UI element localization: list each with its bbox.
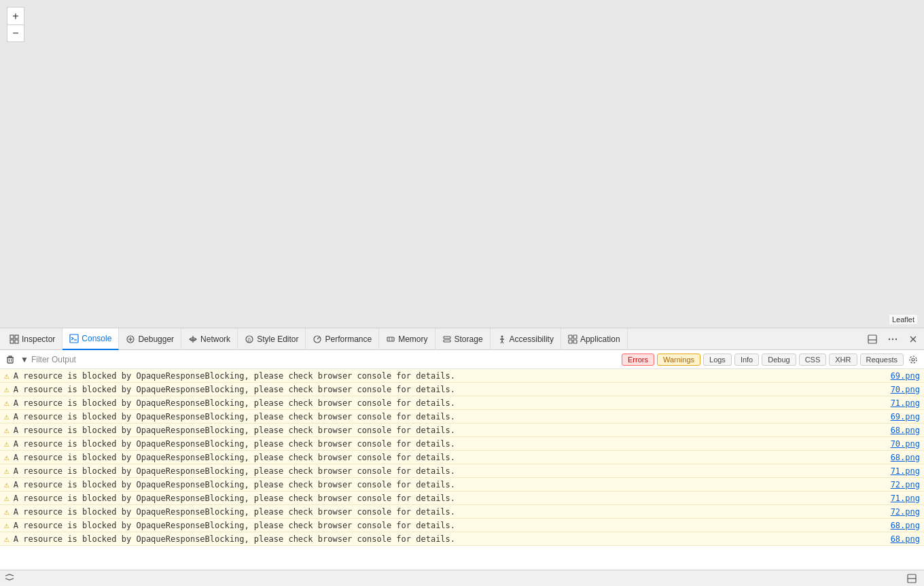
memory-label: Memory — [398, 334, 427, 344]
console-label: Console — [82, 334, 111, 343]
warning-icon: ⚠ — [4, 370, 10, 381]
tab-performance[interactable]: Performance — [306, 328, 379, 350]
log-file-link[interactable]: 71.png — [891, 494, 920, 503]
log-row[interactable]: ⚠ A resource is blocked by OpaqueRespons… — [0, 519, 924, 532]
clear-console-button[interactable] — [4, 354, 16, 366]
filter-css-button[interactable]: CSS — [799, 354, 827, 366]
filter-buttons-group: Errors Warnings Logs Info Debug CSS XHR … — [622, 353, 920, 366]
filter-debug-button[interactable]: Debug — [762, 354, 796, 366]
filter-info-button[interactable]: Info — [734, 354, 759, 366]
tab-accessibility[interactable]: Accessibility — [491, 328, 561, 350]
devtools-panel: Inspector Console Debugger Network {} — [0, 328, 924, 586]
tab-inspector[interactable]: Inspector — [3, 328, 63, 350]
svg-point-31 — [889, 338, 890, 339]
warning-icon: ⚠ — [4, 452, 10, 462]
log-message: A resource is blocked by OpaqueResponseB… — [14, 534, 885, 544]
warning-icon: ⚠ — [4, 398, 10, 408]
svg-rect-0 — [10, 335, 14, 339]
svg-point-32 — [892, 338, 893, 339]
log-row[interactable]: ⚠ A resource is blocked by OpaqueRespons… — [0, 396, 924, 410]
console-icon — [69, 334, 79, 343]
console-toolbar: ▼ Filter Output Errors Warnings Logs Inf… — [0, 350, 924, 369]
log-row[interactable]: ⚠ A resource is blocked by OpaqueRespons… — [0, 383, 924, 396]
log-message: A resource is blocked by OpaqueResponseB… — [14, 371, 885, 381]
warning-icon: ⚠ — [4, 425, 10, 435]
storage-icon — [442, 334, 452, 344]
log-file-link[interactable]: 68.png — [891, 521, 920, 530]
warning-icon: ⚠ — [4, 520, 10, 530]
log-file-link[interactable]: 68.png — [891, 453, 920, 462]
log-row[interactable]: ⚠ A resource is blocked by OpaqueRespons… — [0, 464, 924, 478]
accessibility-icon — [497, 334, 507, 344]
close-devtools-button[interactable] — [905, 331, 921, 347]
log-row[interactable]: ⚠ A resource is blocked by OpaqueRespons… — [0, 532, 924, 546]
filter-errors-button[interactable]: Errors — [622, 354, 654, 366]
log-row[interactable]: ⚠ A resource is blocked by OpaqueRespons… — [0, 369, 924, 383]
filter-requests-button[interactable]: Requests — [860, 354, 904, 366]
network-label: Network — [200, 334, 230, 344]
performance-label: Performance — [325, 334, 372, 344]
dock-button[interactable] — [864, 331, 881, 347]
warning-icon: ⚠ — [4, 493, 10, 503]
filter-warnings-button[interactable]: Warnings — [657, 354, 700, 366]
tab-network[interactable]: Network — [181, 328, 238, 350]
warning-icon: ⚠ — [4, 534, 10, 544]
log-row[interactable]: ⚠ A resource is blocked by OpaqueRespons… — [0, 410, 924, 424]
log-row[interactable]: ⚠ A resource is blocked by OpaqueRespons… — [0, 424, 924, 437]
log-file-link[interactable]: 71.png — [891, 466, 920, 476]
tab-debugger[interactable]: Debugger — [119, 328, 181, 350]
tab-style-editor[interactable]: {} Style Editor — [238, 328, 306, 350]
log-message: A resource is blocked by OpaqueResponseB… — [14, 466, 885, 476]
style-editor-icon: {} — [245, 334, 254, 344]
svg-rect-2 — [10, 340, 14, 343]
inspector-label: Inspector — [22, 334, 55, 344]
expand-console-button[interactable] — [4, 573, 15, 583]
svg-rect-29 — [868, 335, 876, 343]
tab-console[interactable]: Console — [63, 328, 119, 350]
log-file-link[interactable]: 69.png — [891, 412, 920, 421]
log-file-link[interactable]: 71.png — [891, 398, 920, 408]
devtools-toolbar-right — [864, 331, 921, 347]
console-log-area[interactable]: ⚠ A resource is blocked by OpaqueRespons… — [0, 369, 924, 570]
warning-icon: ⚠ — [4, 384, 10, 394]
devtools-bottom-bar — [0, 570, 924, 586]
filter-logs-button[interactable]: Logs — [703, 354, 732, 366]
split-console-button[interactable] — [904, 570, 920, 587]
log-row[interactable]: ⚠ A resource is blocked by OpaqueRespons… — [0, 451, 924, 464]
log-message: A resource is blocked by OpaqueResponseB… — [14, 412, 885, 421]
log-file-link[interactable]: 72.png — [891, 507, 920, 517]
log-message: A resource is blocked by OpaqueResponseB… — [14, 480, 885, 489]
devtools-tab-bar: Inspector Console Debugger Network {} — [0, 328, 924, 350]
tab-storage[interactable]: Storage — [436, 328, 491, 350]
zoom-in-button[interactable]: + — [7, 7, 24, 24]
map-container[interactable]: + − Leaflet — [0, 0, 924, 328]
svg-point-20 — [501, 335, 503, 337]
svg-rect-36 — [7, 358, 13, 363]
log-message: A resource is blocked by OpaqueResponseB… — [14, 507, 885, 517]
warning-icon: ⚠ — [4, 466, 10, 476]
svg-rect-27 — [569, 340, 572, 343]
zoom-out-button[interactable]: − — [7, 24, 24, 42]
log-file-link[interactable]: 69.png — [891, 371, 920, 381]
tab-application[interactable]: Application — [561, 328, 628, 350]
log-file-link[interactable]: 70.png — [891, 385, 920, 394]
warning-icon: ⚠ — [4, 479, 10, 489]
log-row[interactable]: ⚠ A resource is blocked by OpaqueRespons… — [0, 505, 924, 519]
application-icon — [568, 334, 578, 344]
bottom-right-controls — [904, 570, 920, 587]
log-row[interactable]: ⚠ A resource is blocked by OpaqueRespons… — [0, 492, 924, 505]
log-file-link[interactable]: 68.png — [891, 426, 920, 435]
filter-output-area: ▼ Filter Output — [20, 355, 618, 364]
tab-memory[interactable]: Memory — [379, 328, 435, 350]
svg-rect-3 — [15, 340, 18, 343]
filter-xhr-button[interactable]: XHR — [829, 354, 857, 366]
log-row[interactable]: ⚠ A resource is blocked by OpaqueRespons… — [0, 437, 924, 451]
log-file-link[interactable]: 68.png — [891, 534, 920, 544]
log-file-link[interactable]: 70.png — [891, 439, 920, 449]
warning-icon: ⚠ — [4, 411, 10, 421]
console-settings-button[interactable] — [906, 353, 920, 366]
log-row[interactable]: ⚠ A resource is blocked by OpaqueRespons… — [0, 478, 924, 492]
log-file-link[interactable]: 72.png — [891, 480, 920, 489]
filter-icon: ▼ — [20, 355, 29, 364]
more-options-button[interactable] — [885, 331, 901, 347]
